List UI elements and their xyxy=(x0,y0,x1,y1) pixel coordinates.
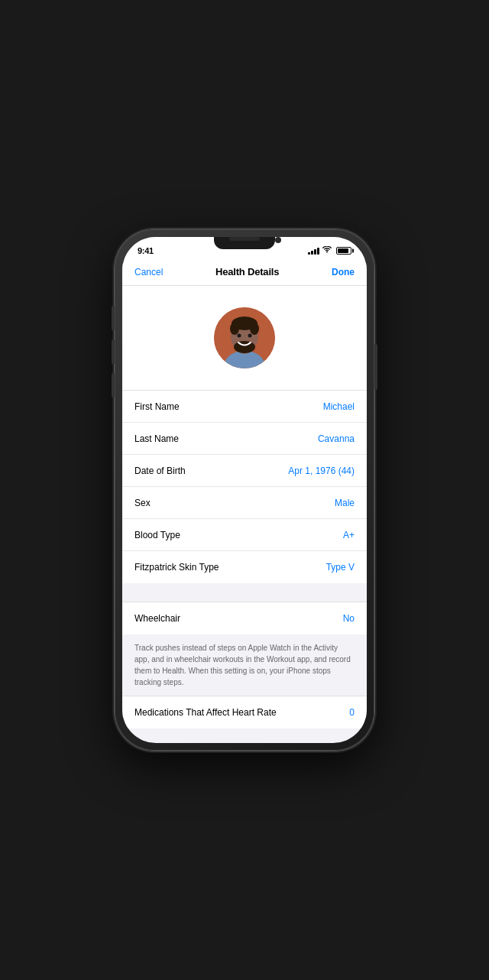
svg-point-5 xyxy=(230,323,239,335)
medications-row[interactable]: Medications That Affect Heart Rate 0 xyxy=(122,696,367,729)
medications-section: Medications That Affect Heart Rate 0 xyxy=(122,696,367,729)
blood-type-value: A+ xyxy=(343,530,355,540)
dob-value: Apr 1, 1976 (44) xyxy=(288,466,355,476)
skin-type-value: Type V xyxy=(326,562,355,573)
last-name-row[interactable]: Last Name Cavanna xyxy=(122,423,367,455)
battery-icon xyxy=(336,247,351,255)
done-button[interactable]: Done xyxy=(332,267,355,277)
dob-label: Date of Birth xyxy=(134,466,186,476)
sex-value: Male xyxy=(335,498,355,508)
status-time: 9:41 xyxy=(138,246,154,255)
dob-row[interactable]: Date of Birth Apr 1, 1976 (44) xyxy=(122,455,367,487)
wheelchair-description: Track pushes instead of steps on Apple W… xyxy=(122,634,367,696)
svg-point-6 xyxy=(250,323,259,335)
personal-info-section: First Name Michael Last Name Cavanna Dat… xyxy=(122,390,367,583)
svg-point-7 xyxy=(234,341,255,353)
nav-bar: Cancel Health Details Done xyxy=(122,260,367,286)
status-icons xyxy=(308,246,351,255)
svg-point-8 xyxy=(238,334,241,338)
skin-type-label: Fitzpatrick Skin Type xyxy=(134,562,219,573)
wheelchair-row[interactable]: Wheelchair No xyxy=(122,602,367,634)
blood-type-row[interactable]: Blood Type A+ xyxy=(122,519,367,551)
wheelchair-section: Wheelchair No xyxy=(122,602,367,634)
sex-row[interactable]: Sex Male xyxy=(122,487,367,519)
medications-value: 0 xyxy=(349,707,355,718)
skin-type-row[interactable]: Fitzpatrick Skin Type Type V xyxy=(122,551,367,583)
camera xyxy=(275,237,281,243)
first-name-label: First Name xyxy=(134,401,180,412)
avatar[interactable] xyxy=(214,307,275,368)
last-name-value: Cavanna xyxy=(318,433,355,444)
page-title: Health Details xyxy=(215,266,279,277)
first-name-row[interactable]: First Name Michael xyxy=(122,391,367,423)
phone-screen: 9:41 Cancel He xyxy=(122,237,367,743)
phone-frame: 9:41 Cancel He xyxy=(115,229,374,751)
signal-icon xyxy=(308,247,319,255)
avatar-image xyxy=(214,307,275,368)
blood-type-label: Blood Type xyxy=(134,530,180,540)
last-name-label: Last Name xyxy=(134,433,179,444)
section-gap-1 xyxy=(122,583,367,602)
speaker xyxy=(229,237,260,241)
medications-label: Medications That Affect Heart Rate xyxy=(134,707,277,718)
first-name-value: Michael xyxy=(323,401,355,412)
sex-label: Sex xyxy=(134,498,151,508)
scroll-content: First Name Michael Last Name Cavanna Dat… xyxy=(122,286,367,743)
svg-point-9 xyxy=(248,334,252,338)
wheelchair-value: No xyxy=(343,613,355,624)
cancel-button[interactable]: Cancel xyxy=(134,267,163,277)
wheelchair-label: Wheelchair xyxy=(134,613,180,624)
avatar-section xyxy=(122,286,367,390)
wifi-icon xyxy=(322,246,332,255)
